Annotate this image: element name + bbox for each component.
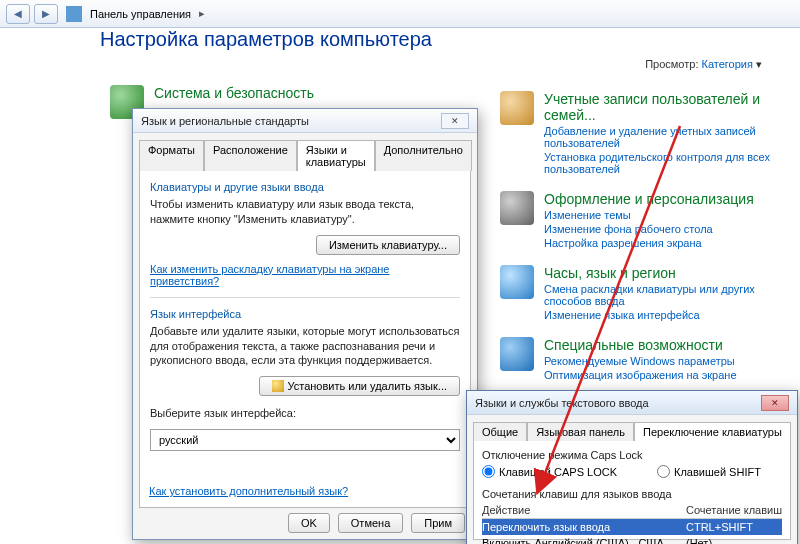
dialog-titlebar[interactable]: Язык и региональные стандарты ✕ [133, 109, 477, 133]
dialog-tabs: Общие Языковая панель Переключение клави… [467, 415, 797, 440]
change-keyboard-button[interactable]: Изменить клавиатуру... [316, 235, 460, 255]
sublink[interactable]: Добавление и удаление учетных записей по… [544, 125, 770, 149]
col-action: Действие [482, 504, 686, 516]
forward-button[interactable]: ▶ [34, 4, 58, 24]
view-value[interactable]: Категория [702, 58, 753, 70]
sublink[interactable]: Рекомендуемые Windows параметры [544, 355, 737, 367]
view-label: Просмотр: [645, 58, 698, 70]
category-title[interactable]: Учетные записи пользователей и семей... [544, 91, 770, 123]
tab-formats[interactable]: Форматы [139, 140, 204, 171]
close-button[interactable]: ✕ [761, 395, 789, 411]
radio-capslock[interactable]: Клавишей CAPS LOCK [482, 465, 617, 478]
col-shortcut: Сочетание клавиш [686, 504, 782, 516]
group-interface-text: Добавьте или удалите языки, которые могу… [150, 324, 460, 369]
radio-shift[interactable]: Клавишей SHIFT [657, 465, 761, 478]
tab-location[interactable]: Расположение [204, 140, 297, 171]
install-extra-language-link[interactable]: Как установить дополнительный язык? [149, 485, 348, 497]
shortcuts-section-title: Сочетания клавиш для языков ввода [482, 488, 782, 500]
category-title[interactable]: Специальные возможности [544, 337, 737, 353]
users-icon [500, 91, 534, 125]
dialog-region-language: Язык и региональные стандарты ✕ Форматы … [132, 108, 478, 540]
breadcrumb[interactable]: Панель управления [90, 8, 191, 20]
dialog-tabpage: Клавиатуры и другие языки ввода Чтобы из… [139, 170, 471, 508]
category-title[interactable]: Система и безопасность [154, 85, 314, 101]
globe-icon [500, 265, 534, 299]
tab-languages-keyboards[interactable]: Языки и клавиатуры [297, 140, 375, 171]
dialog-tabpage: Отключение режима Caps Lock Клавишей CAP… [473, 440, 791, 540]
interface-language-select[interactable]: русский [150, 429, 460, 451]
back-button[interactable]: ◀ [6, 4, 30, 24]
welcome-screen-link[interactable]: Как изменить раскладку клавиатуры на экр… [150, 263, 389, 287]
dialog-title-text: Языки и службы текстового ввода [475, 397, 649, 409]
view-by: Просмотр: Категория ▾ [645, 58, 762, 71]
table-row[interactable]: Включить Английский (США) - США(Нет) [482, 535, 782, 544]
group-keyboards-title: Клавиатуры и другие языки ввода [150, 181, 460, 193]
install-language-button[interactable]: Установить или удалить язык... [259, 376, 461, 396]
table-header: Действие Сочетание клавиш [482, 504, 782, 519]
sublink[interactable]: Изменение языка интерфейса [544, 309, 770, 321]
appearance-icon [500, 191, 534, 225]
category-title[interactable]: Часы, язык и регион [544, 265, 770, 281]
tab-general[interactable]: Общие [473, 422, 527, 441]
category-clock-language[interactable]: Часы, язык и регион Смена раскладки клав… [500, 265, 770, 321]
sublink[interactable]: Изменение фона рабочего стола [544, 223, 754, 235]
tab-switch-keyboard[interactable]: Переключение клавиатуры [634, 422, 791, 441]
category-accessibility[interactable]: Специальные возможности Рекомендуемые Wi… [500, 337, 770, 381]
dialog-text-services: Языки и службы текстового ввода ✕ Общие … [466, 390, 798, 544]
breadcrumb-arrow-icon: ▸ [199, 7, 205, 20]
category-title[interactable]: Оформление и персонализация [544, 191, 754, 207]
shield-icon [272, 380, 284, 392]
dropdown-icon[interactable]: ▾ [756, 58, 762, 70]
apply-button[interactable]: Прим [411, 513, 465, 533]
category-appearance[interactable]: Оформление и персонализация Изменение те… [500, 191, 770, 249]
dialog-titlebar[interactable]: Языки и службы текстового ввода ✕ [467, 391, 797, 415]
sublink[interactable]: Установка родительского контроля для все… [544, 151, 770, 175]
sublink[interactable]: Настройка разрешения экрана [544, 237, 754, 249]
page-title: Настройка параметров компьютера [0, 28, 800, 51]
sublink[interactable]: Оптимизация изображения на экране [544, 369, 737, 381]
dialog-title-text: Язык и региональные стандарты [141, 115, 309, 127]
dialog-tabs: Форматы Расположение Языки и клавиатуры … [133, 133, 477, 170]
category-users[interactable]: Учетные записи пользователей и семей... … [500, 91, 770, 175]
sublink[interactable]: Изменение темы [544, 209, 754, 221]
right-column: Учетные записи пользователей и семей... … [500, 91, 770, 397]
select-language-label: Выберите язык интерфейса: [150, 406, 460, 421]
close-button[interactable]: ✕ [441, 113, 469, 129]
cancel-button[interactable]: Отмена [338, 513, 403, 533]
dialog-actions: OK Отмена Прим [133, 513, 477, 533]
sublink[interactable]: Смена раскладки клавиатуры или других сп… [544, 283, 770, 307]
group-keyboards-text: Чтобы изменить клавиатуру или язык ввода… [150, 197, 460, 227]
group-interface-title: Язык интерфейса [150, 308, 460, 320]
table-row[interactable]: Переключить язык вводаCTRL+SHIFT [482, 519, 782, 535]
control-panel-icon [66, 6, 82, 22]
tab-additional[interactable]: Дополнительно [375, 140, 472, 171]
explorer-navbar: ◀ ▶ Панель управления ▸ [0, 0, 800, 28]
accessibility-icon [500, 337, 534, 371]
capslock-section-title: Отключение режима Caps Lock [482, 449, 782, 461]
ok-button[interactable]: OK [288, 513, 330, 533]
tab-language-bar[interactable]: Языковая панель [527, 422, 634, 441]
